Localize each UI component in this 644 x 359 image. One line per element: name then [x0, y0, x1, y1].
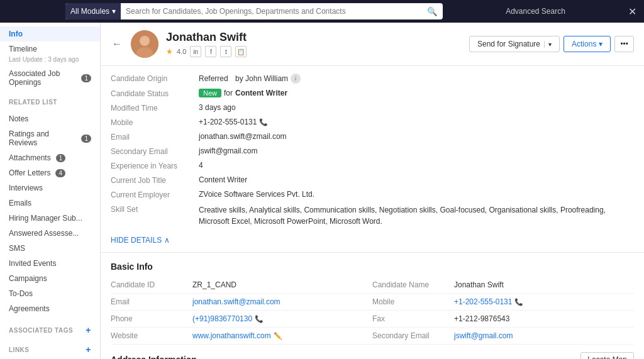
candidate-status-value: New for Content Writer — [199, 89, 634, 97]
secondary-email-row: Secondary Email jswift@gmail.com — [111, 146, 634, 156]
candidate-name-label: Candidate Name — [372, 280, 454, 289]
more-options-button[interactable]: ••• — [614, 36, 634, 52]
add-tag-button[interactable]: + — [86, 325, 91, 335]
profile-info: Jonathan Swift ★ 4.0 in f t 📋 — [166, 31, 462, 57]
search-input[interactable] — [121, 7, 422, 16]
mobile-number: +1-202-555-0131 — [199, 118, 257, 126]
actions-button[interactable]: Actions ▾ — [564, 36, 611, 52]
sms-label: SMS — [9, 244, 25, 253]
twitter-icon[interactable]: t — [220, 46, 231, 57]
campaigns-label: Campaigns — [9, 274, 47, 283]
svg-point-1 — [140, 36, 150, 46]
candidate-status-row: Candidate Status New for Content Writer — [111, 89, 634, 98]
modified-time-label: Modified Time — [111, 103, 199, 113]
basic-info-title: Basic Info — [101, 253, 644, 277]
secondary-email-link[interactable]: jswift@gmail.com — [454, 331, 513, 340]
job-title-label: Current Job Title — [111, 175, 199, 185]
sidebar-item-timeline[interactable]: Timeline Last Update : 3 days ago — [0, 41, 100, 66]
profile-meta: ★ 4.0 in f t 📋 — [166, 46, 462, 57]
email-row: Email jonathan.swift@zmail.com — [111, 132, 634, 141]
sidebar-item-sms[interactable]: SMS — [0, 241, 100, 256]
skill-set-value: Creative skills, Analytical skills, Comm… — [199, 204, 634, 227]
advanced-search-link[interactable]: Advanced Search — [506, 7, 565, 16]
candidate-name-cell: Candidate Name Jonathan Swift — [372, 277, 634, 294]
basic-email-cell: Email jonathan.swift@zmail.com — [111, 294, 372, 311]
candidate-status-label: Candidate Status — [111, 89, 199, 98]
modified-time-value: 3 days ago — [199, 103, 634, 112]
website-edit-icon[interactable]: ✏️ — [274, 332, 282, 340]
notes-label: Notes — [9, 114, 28, 123]
phone-call-icon[interactable]: 📞 — [255, 315, 264, 323]
sidebar-item-ratings[interactable]: Ratings and Reviews 1 — [0, 126, 100, 150]
basic-mobile-call-icon[interactable]: 📞 — [514, 298, 523, 306]
referred-info-icon[interactable]: i — [291, 74, 301, 84]
sidebar-item-info[interactable]: Info — [0, 26, 100, 41]
referred-by-name: by John William — [235, 74, 288, 83]
what-are-links-link[interactable]: What are links? — [0, 356, 100, 359]
locate-map-button[interactable]: Locate Map — [580, 352, 634, 359]
sidebar-item-interviews[interactable]: Interviews — [0, 180, 100, 196]
search-button[interactable]: 🔍 — [422, 7, 443, 16]
by-text — [231, 74, 233, 83]
website-link[interactable]: www.jonathanswift.com — [192, 331, 271, 340]
employer-value: ZVoice Software Services Pvt. Ltd. — [199, 190, 634, 199]
website-cell: Website www.jonathanswift.com ✏️ — [111, 328, 372, 345]
send-for-signature-button[interactable]: Send for Signature ▾ — [469, 36, 560, 52]
invited-events-label: Invited Events — [9, 259, 56, 268]
ratings-badge: 1 — [81, 135, 91, 143]
job-title-row: Current Job Title Content Writer — [111, 175, 634, 185]
candidate-origin-label: Candidate Origin — [111, 74, 199, 83]
add-link-button[interactable]: + — [86, 345, 91, 355]
sidebar-item-attachments[interactable]: Attachments 1 — [0, 150, 100, 165]
hide-details-button[interactable]: HIDE DETAILS ∧ — [111, 232, 634, 245]
basic-mobile-cell: Mobile +1-202-555-0131 📞 — [372, 294, 634, 311]
fax-cell: Fax +1-212-9876543 — [372, 311, 634, 328]
address-section-title: Address Information — [111, 355, 197, 359]
employer-label: Current Employer — [111, 190, 199, 199]
offer-letters-label: Offer Letters — [9, 168, 50, 177]
mobile-call-icon[interactable]: 📞 — [259, 118, 268, 126]
sidebar-timeline-label: Timeline — [9, 45, 37, 53]
actions-dropdown-icon: ▾ — [599, 40, 602, 48]
candidate-origin-value: Referred by John William i — [199, 74, 634, 84]
phone-link[interactable]: (+91)9836770130 — [192, 314, 252, 323]
website-label: Website — [111, 331, 192, 340]
experience-label: Experience in Years — [111, 161, 199, 170]
experience-row: Experience in Years 4 — [111, 161, 634, 170]
back-button[interactable]: ← — [111, 37, 123, 51]
sidebar-item-associated-job-openings[interactable]: Associated Job Openings 1 — [0, 66, 100, 90]
mobile-link[interactable]: +1-202-555-0131 — [454, 297, 512, 306]
sidebar-item-hiring-manager[interactable]: Hiring Manager Sub... — [0, 211, 100, 226]
copy-icon[interactable]: 📋 — [235, 46, 247, 57]
interviews-label: Interviews — [9, 184, 43, 192]
sidebar-item-campaigns[interactable]: Campaigns — [0, 271, 100, 286]
sidebar-item-agreements[interactable]: Agreements — [0, 301, 100, 316]
address-header: Address Information Locate Map — [101, 345, 644, 359]
to-dos-label: To-Dos — [9, 289, 33, 298]
email-link[interactable]: jonathan.swift@zmail.com — [192, 297, 280, 306]
module-select-label: All Modules — [70, 7, 109, 16]
topbar-close-button[interactable]: ✕ — [628, 6, 636, 18]
sidebar-item-to-dos[interactable]: To-Dos — [0, 286, 100, 301]
modified-time-row: Modified Time 3 days ago — [111, 103, 634, 113]
send-sig-dropdown-icon[interactable]: ▾ — [544, 41, 552, 48]
sidebar-item-answered-assess[interactable]: Answered Assesse... — [0, 226, 100, 241]
sidebar-item-emails[interactable]: Emails — [0, 196, 100, 211]
basic-secondary-email-label: Secondary Email — [372, 331, 454, 340]
actions-label: Actions — [572, 40, 596, 48]
sidebar-item-notes[interactable]: Notes — [0, 111, 100, 126]
mobile-label: Mobile — [111, 118, 199, 127]
status-new-badge: New — [199, 89, 221, 97]
sidebar-item-invited-events[interactable]: Invited Events — [0, 256, 100, 271]
skill-set-label: Skill Set — [111, 204, 199, 214]
status-for-text: for — [224, 89, 233, 97]
basic-email-label: Email — [111, 297, 192, 306]
sidebar-timeline-sub: Last Update : 3 days ago — [9, 56, 79, 63]
sidebar-item-offer-letters[interactable]: Offer Letters 4 — [0, 165, 100, 180]
facebook-icon[interactable]: f — [205, 46, 216, 57]
emails-label: Emails — [9, 199, 31, 207]
content-area: ← Jonathan Swift ★ 4.0 in f t — [101, 23, 644, 359]
module-select-btn[interactable]: All Modules ▾ — [65, 3, 121, 19]
website-value: www.jonathanswift.com ✏️ — [192, 331, 282, 340]
linkedin-icon[interactable]: in — [190, 46, 201, 57]
